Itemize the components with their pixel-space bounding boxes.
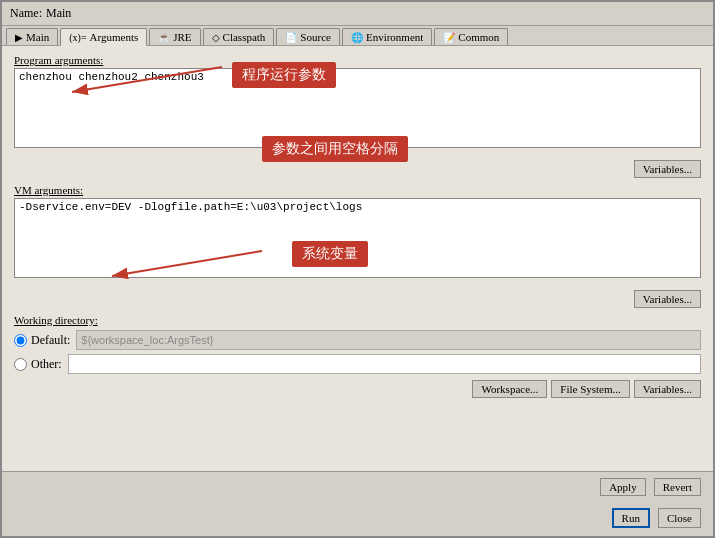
apply-revert-row: Apply Revert bbox=[2, 471, 713, 502]
vm-arguments-label: VM arguments: bbox=[14, 184, 701, 196]
tab-common[interactable]: 📝 Common bbox=[434, 28, 508, 45]
vm-vars-row: Variables... bbox=[14, 290, 701, 308]
program-arguments-label: Program arguments: bbox=[14, 54, 701, 66]
tab-arguments[interactable]: (x)= Arguments bbox=[60, 28, 147, 46]
name-label: Name: bbox=[10, 6, 42, 21]
tab-environment-label: Environment bbox=[366, 31, 423, 43]
default-dir-row: Default: bbox=[14, 330, 701, 350]
content-area: Program arguments: chenzhou chenzhou2 ch… bbox=[2, 46, 713, 471]
tab-source[interactable]: 📄 Source bbox=[276, 28, 340, 45]
other-radio[interactable] bbox=[14, 358, 27, 371]
source-tab-icon: 📄 bbox=[285, 32, 297, 43]
default-radio[interactable] bbox=[14, 334, 27, 347]
tab-main-label: Main bbox=[26, 31, 49, 43]
vm-variables-button[interactable]: Variables... bbox=[634, 290, 701, 308]
close-button[interactable]: Close bbox=[658, 508, 701, 528]
working-dir-buttons: Workspace... File System... Variables... bbox=[14, 380, 701, 398]
jre-tab-icon: ☕ bbox=[158, 32, 170, 43]
classpath-tab-icon: ◇ bbox=[212, 32, 220, 43]
tab-classpath[interactable]: ◇ Classpath bbox=[203, 28, 275, 45]
program-variables-button[interactable]: Variables... bbox=[634, 160, 701, 178]
program-vars-row: Variables... bbox=[14, 160, 701, 178]
tab-arguments-label: Arguments bbox=[90, 31, 139, 43]
tab-environment[interactable]: 🌐 Environment bbox=[342, 28, 432, 45]
dialog: Name: Main ▶ Main (x)= Arguments ☕ JRE ◇… bbox=[0, 0, 715, 538]
environment-tab-icon: 🌐 bbox=[351, 32, 363, 43]
default-label: Default: bbox=[31, 333, 70, 348]
apply-button[interactable]: Apply bbox=[600, 478, 646, 496]
dir-variables-button[interactable]: Variables... bbox=[634, 380, 701, 398]
tab-source-label: Source bbox=[300, 31, 331, 43]
program-arguments-section: Program arguments: chenzhou chenzhou2 ch… bbox=[14, 54, 701, 152]
program-arguments-container: chenzhou chenzhou2 chenzhou3 bbox=[14, 68, 701, 152]
other-dir-input[interactable] bbox=[68, 354, 701, 374]
tab-classpath-label: Classpath bbox=[223, 31, 266, 43]
other-dir-row: Other: bbox=[14, 354, 701, 374]
workspace-button[interactable]: Workspace... bbox=[472, 380, 547, 398]
arguments-tab-icon: (x)= bbox=[69, 32, 86, 43]
default-dir-input[interactable] bbox=[76, 330, 701, 350]
file-system-button[interactable]: File System... bbox=[551, 380, 630, 398]
run-button[interactable]: Run bbox=[612, 508, 650, 528]
working-directory-label: Working directory: bbox=[14, 314, 701, 326]
working-directory-section: Working directory: Default: Other: Works… bbox=[14, 314, 701, 398]
title-bar: Name: Main bbox=[2, 2, 713, 26]
default-radio-row: Default: bbox=[14, 333, 70, 348]
vm-arguments-input[interactable]: -Dservice.env=DEV -Dlogfile.path=E:\u03\… bbox=[14, 198, 701, 278]
vm-arguments-container: -Dservice.env=DEV -Dlogfile.path=E:\u03\… bbox=[14, 198, 701, 282]
revert-button[interactable]: Revert bbox=[654, 478, 701, 496]
tab-common-label: Common bbox=[458, 31, 499, 43]
tab-jre[interactable]: ☕ JRE bbox=[149, 28, 200, 45]
name-value: Main bbox=[46, 6, 71, 21]
other-label: Other: bbox=[31, 357, 62, 372]
common-tab-icon: 📝 bbox=[443, 32, 455, 43]
tab-main[interactable]: ▶ Main bbox=[6, 28, 58, 45]
vm-arguments-section: VM arguments: -Dservice.env=DEV -Dlogfil… bbox=[14, 184, 701, 282]
run-close-row: Run Close bbox=[2, 502, 713, 536]
tabs-bar: ▶ Main (x)= Arguments ☕ JRE ◇ Classpath … bbox=[2, 26, 713, 46]
main-tab-icon: ▶ bbox=[15, 32, 23, 43]
other-radio-row: Other: bbox=[14, 357, 62, 372]
tab-jre-label: JRE bbox=[173, 31, 191, 43]
program-arguments-input[interactable]: chenzhou chenzhou2 chenzhou3 bbox=[14, 68, 701, 148]
